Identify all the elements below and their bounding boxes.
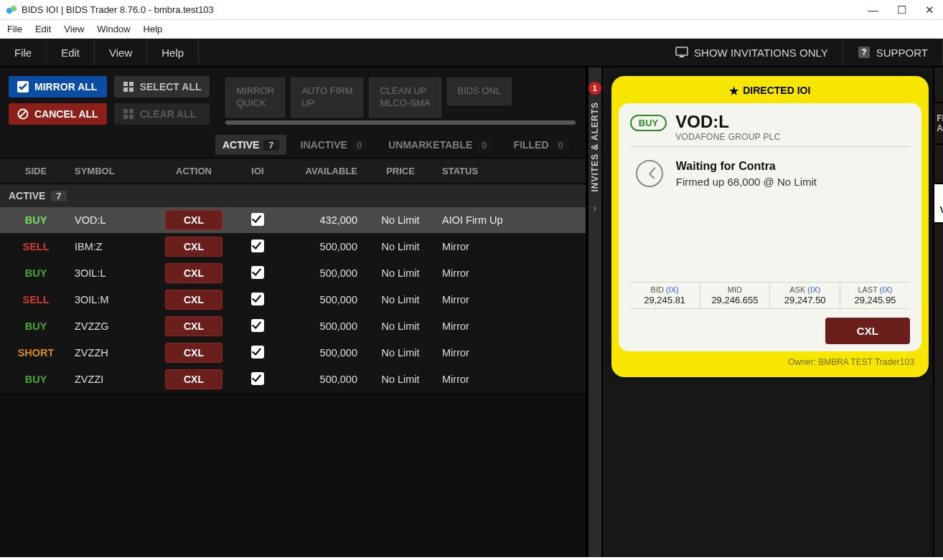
os-menu-edit[interactable]: Edit: [35, 24, 51, 34]
table-row[interactable]: BUY3OIL:LCXL500,000No LimitMirror: [0, 260, 586, 287]
row-ioi-checkbox[interactable]: [251, 266, 264, 279]
side-strip: FIRM UP ALL ︿ BUY VOD:L ﹀: [933, 67, 943, 557]
row-cxl-button[interactable]: CXL: [165, 210, 222, 230]
tab-unmarketable[interactable]: UNMARKETABLE0: [381, 135, 499, 155]
app-menu-file[interactable]: File: [0, 39, 47, 66]
row-side: BUY: [0, 267, 72, 279]
select-all-button[interactable]: SELECT ALL: [114, 76, 210, 98]
firm-up-all-button[interactable]: FIRM UP ALL: [934, 103, 943, 145]
row-ioi-checkbox[interactable]: [251, 293, 264, 305]
clear-all-button[interactable]: CLEAR ALL: [114, 103, 210, 125]
row-cxl-button[interactable]: CXL: [165, 343, 222, 363]
row-symbol: 3OIL:M: [72, 294, 151, 305]
row-side: BUY: [0, 374, 72, 385]
row-side: SELL: [0, 241, 72, 252]
card-cxl-button[interactable]: CXL: [825, 318, 910, 344]
row-ioi-checkbox[interactable]: [251, 213, 264, 226]
row-side: SELL: [0, 294, 72, 305]
alert-badge: 1: [588, 82, 601, 95]
chip-auto-firm-up[interactable]: AUTO FIRM UP: [291, 77, 363, 118]
row-side: SHORT: [0, 347, 72, 359]
table-row[interactable]: BUYZVZZICXL500,000No LimitMirror: [0, 366, 586, 393]
chevron-up-icon[interactable]: ︿: [934, 145, 943, 184]
row-status: Mirror: [436, 321, 522, 332]
table-row[interactable]: BUYZVZZGCXL500,000No LimitMirror: [0, 313, 586, 340]
chevron-down-icon[interactable]: ﹀: [934, 519, 943, 557]
row-ioi-checkbox[interactable]: [251, 239, 264, 252]
col-price: PRICE: [365, 166, 436, 176]
table-row[interactable]: BUYVOD:LCXL432,000No LimitAIOI Firm Up: [0, 207, 586, 234]
maximize-icon[interactable]: ☐: [897, 4, 906, 15]
side-badge: BUY: [630, 115, 667, 131]
close-icon[interactable]: ✕: [925, 4, 934, 15]
svg-rect-15: [123, 115, 128, 119]
row-cxl-button[interactable]: CXL: [165, 290, 222, 310]
os-menu-help[interactable]: Help: [144, 24, 163, 34]
col-ioi: IOI: [237, 166, 278, 176]
svg-rect-9: [123, 82, 128, 86]
directed-ioi-card: ★DIRECTED IOI BUY VOD:L VODAFONE GROUP P…: [611, 76, 929, 377]
os-titlebar: BIDS IOI | BIDS Trader 8.76.0 - bmbra.te…: [0, 0, 943, 20]
svg-rect-2: [676, 47, 688, 55]
os-menu-window[interactable]: Window: [97, 24, 130, 34]
row-status: Mirror: [436, 294, 522, 305]
row-price: No Limit: [365, 321, 436, 332]
col-available: AVAILABLE: [278, 166, 365, 176]
table-row[interactable]: SHORTZVZZHCXL500,000No LimitMirror: [0, 340, 586, 366]
row-cxl-button[interactable]: CXL: [165, 237, 222, 257]
support-button[interactable]: ? SUPPORT: [843, 39, 943, 66]
col-symbol: SYMBOL: [72, 166, 151, 176]
chip-scrollbar[interactable]: [225, 120, 575, 125]
svg-rect-10: [129, 82, 133, 86]
app-menu-view[interactable]: View: [95, 39, 147, 66]
row-symbol: ZVZZI: [72, 374, 151, 385]
row-cxl-button[interactable]: CXL: [165, 263, 222, 283]
row-cxl-button[interactable]: CXL: [165, 369, 222, 389]
tab-filled[interactable]: FILLED0: [507, 135, 576, 155]
row-side: BUY: [0, 214, 72, 226]
cancel-all-button[interactable]: CANCEL ALL: [9, 103, 107, 125]
clock-icon: [636, 160, 663, 187]
side-strip-selected[interactable]: BUY VOD:L: [934, 184, 943, 224]
col-side: SIDE: [0, 166, 72, 176]
svg-rect-14: [129, 109, 133, 113]
table-row[interactable]: SELLIBM:ZCXL500,000No LimitMirror: [0, 234, 586, 260]
help-icon: ?: [858, 46, 871, 59]
tab-active[interactable]: ACTIVE7: [215, 135, 286, 155]
tab-inactive[interactable]: INACTIVE0: [294, 135, 375, 155]
app-menu-help[interactable]: Help: [147, 39, 199, 66]
row-ioi-checkbox[interactable]: [251, 372, 264, 385]
app-toolbar: File Edit View Help SHOW INVITATIONS ONL…: [0, 39, 943, 67]
row-status: AIOI Firm Up: [436, 214, 522, 226]
card-company-name: VODAFONE GROUP PLC: [675, 132, 781, 142]
col-status: STATUS: [436, 166, 522, 176]
trash-button[interactable]: [934, 67, 943, 103]
minimize-icon[interactable]: —: [868, 4, 878, 15]
row-cxl-button[interactable]: CXL: [165, 316, 222, 336]
os-menu-view[interactable]: View: [64, 24, 84, 34]
os-menu-file[interactable]: File: [7, 24, 22, 34]
row-ioi-checkbox[interactable]: [251, 346, 264, 359]
star-icon: ★: [729, 85, 738, 97]
row-price: No Limit: [365, 294, 436, 305]
row-price: No Limit: [365, 267, 436, 279]
row-symbol: 3OIL:L: [72, 267, 151, 279]
row-available: 500,000: [278, 374, 365, 385]
table-body: BUYVOD:LCXL432,000No LimitAIOI Firm UpSE…: [0, 207, 586, 393]
mirror-all-button[interactable]: MIRROR ALL: [9, 76, 107, 98]
invites-alerts-tab[interactable]: 1 INVITES & ALERTS ›: [587, 67, 603, 557]
ioi-list-pane: MIRROR ALL CANCEL ALL SELECT ALL CLEAR A…: [0, 67, 587, 557]
app-menu-edit[interactable]: Edit: [47, 39, 95, 66]
check-icon: [17, 81, 29, 92]
svg-rect-12: [129, 87, 133, 92]
row-ioi-checkbox[interactable]: [251, 319, 264, 332]
row-price: No Limit: [365, 347, 436, 359]
chip-clean-up[interactable]: CLEAN UP MLCO-SMA: [369, 77, 441, 118]
chevron-right-icon: ›: [593, 202, 596, 214]
table-header: SIDE SYMBOL ACTION IOI AVAILABLE PRICE S…: [0, 158, 586, 184]
show-invitations-button[interactable]: SHOW INVITATIONS ONLY: [661, 39, 843, 66]
table-row[interactable]: SELL3OIL:MCXL500,000No LimitMirror: [0, 287, 586, 313]
chip-bids-only[interactable]: BIDS ONL: [447, 77, 512, 105]
chip-mirror-quick[interactable]: MIRROR QUICK: [225, 77, 285, 118]
wait-subtitle: Firmed up 68,000 @ No Limit: [676, 176, 817, 188]
